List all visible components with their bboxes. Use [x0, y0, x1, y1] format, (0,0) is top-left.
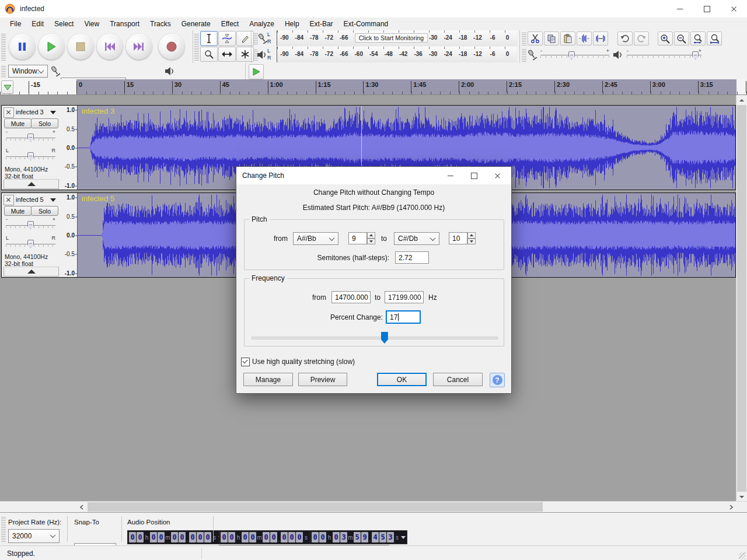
- menu-file[interactable]: File: [5, 19, 26, 29]
- time-digit[interactable]: 0: [150, 532, 157, 542]
- fit-project-button[interactable]: [707, 32, 722, 46]
- time-digit[interactable]: .: [278, 532, 280, 542]
- pitch-to-octave-spinner[interactable]: [467, 232, 476, 244]
- time-digit[interactable]: 0: [242, 532, 249, 542]
- horizontal-scroll-thumb[interactable]: [88, 502, 543, 512]
- scroll-down-button[interactable]: [736, 492, 747, 502]
- pan-slider[interactable]: L R: [6, 150, 55, 163]
- vertical-scroll-thumb[interactable]: [737, 105, 746, 492]
- time-digit[interactable]: 0: [296, 532, 303, 542]
- monitor-label[interactable]: Click to Start Monitoring: [355, 33, 428, 43]
- silence-audio-button[interactable]: [593, 32, 608, 46]
- spin-down-icon[interactable]: [467, 239, 476, 245]
- trim-audio-button[interactable]: [577, 32, 592, 46]
- scroll-up-button[interactable]: [736, 95, 747, 105]
- time-digit[interactable]: 0: [319, 532, 326, 542]
- undo-button[interactable]: [617, 32, 633, 46]
- scroll-right-button[interactable]: [726, 502, 736, 512]
- time-digit[interactable]: 0: [171, 532, 178, 542]
- time-shift-tool-button[interactable]: [218, 47, 236, 62]
- time-digit[interactable]: 3: [340, 532, 347, 542]
- time-digit[interactable]: m: [165, 532, 170, 542]
- menu-ext-bar[interactable]: Ext-Bar: [305, 19, 338, 29]
- copy-button[interactable]: [544, 32, 559, 46]
- record-meter-scale[interactable]: Click to Start Monitoring -90-84-78-72-6…: [277, 30, 517, 46]
- time-digit[interactable]: 0: [312, 532, 319, 542]
- toolbar-grip[interactable]: [194, 33, 199, 61]
- time-digit[interactable]: 0: [249, 532, 256, 542]
- time-digit[interactable]: 5: [354, 532, 361, 542]
- ok-button[interactable]: OK: [377, 373, 427, 386]
- selection-length-field[interactable]: 00h03m59.453s: [310, 530, 407, 544]
- pitch-from-octave-field[interactable]: 9: [348, 232, 367, 244]
- time-digit[interactable]: 0: [270, 532, 277, 542]
- record-button[interactable]: [159, 34, 184, 60]
- dialog-minimize-button[interactable]: [439, 167, 462, 184]
- time-digit[interactable]: h: [327, 532, 332, 542]
- track-2-vertical-ruler[interactable]: 1.00.50.0-0.5-1.0: [60, 193, 78, 277]
- pitch-to-octave-field[interactable]: 10: [449, 232, 467, 244]
- resize-grip[interactable]: [739, 552, 746, 559]
- vertical-scrollbar[interactable]: [736, 95, 747, 502]
- time-digit[interactable]: m: [348, 532, 353, 542]
- time-digit[interactable]: 0: [204, 532, 211, 542]
- playback-meter[interactable]: LR -90-84-78-72-66-60-54-48-42-36-30-24-…: [252, 47, 519, 62]
- stop-button[interactable]: [68, 34, 93, 60]
- maximize-button[interactable]: [693, 0, 720, 18]
- percent-change-field[interactable]: 17: [386, 311, 420, 323]
- manage-button[interactable]: Manage: [243, 373, 293, 386]
- time-digit[interactable]: 0: [197, 532, 204, 542]
- toolbar-grip[interactable]: [522, 32, 526, 46]
- audio-position-field[interactable]: 00h00m00.000s: [127, 530, 225, 544]
- toolbar-grip[interactable]: [1, 65, 6, 77]
- redo-button[interactable]: [634, 32, 649, 46]
- freq-from-field[interactable]: 14700.000: [331, 291, 371, 303]
- dialog-close-button[interactable]: [486, 167, 509, 184]
- gain-slider[interactable]: - +: [6, 219, 55, 232]
- time-digit[interactable]: 0: [281, 532, 288, 542]
- spin-down-icon[interactable]: [367, 239, 375, 245]
- pan-slider[interactable]: L R: [6, 237, 55, 250]
- menu-view[interactable]: View: [79, 19, 104, 29]
- timeline-ruler[interactable]: -1501530451:001:151:301:452:002:152:302:…: [0, 79, 747, 95]
- time-digit[interactable]: 5: [379, 532, 386, 542]
- recording-volume-slider[interactable]: - +: [540, 50, 609, 60]
- time-digit[interactable]: 9: [361, 532, 368, 542]
- toolbar-grip[interactable]: [1, 516, 6, 542]
- pitch-to-note-select[interactable]: C#/Db: [394, 232, 439, 245]
- playback-volume-slider[interactable]: - +: [627, 50, 701, 60]
- horizontal-scrollbar[interactable]: [0, 501, 747, 512]
- paste-button[interactable]: [560, 32, 575, 46]
- solo-button[interactable]: Solo: [31, 206, 58, 216]
- menu-ext-command[interactable]: Ext-Command: [338, 19, 394, 29]
- zoom-out-button[interactable]: [674, 32, 689, 46]
- close-button[interactable]: [720, 0, 747, 18]
- time-digit[interactable]: 3: [387, 532, 394, 542]
- time-digit[interactable]: 0: [263, 532, 270, 542]
- project-rate-select[interactable]: 32000: [8, 529, 60, 543]
- time-digit[interactable]: 0: [333, 532, 340, 542]
- selection-tool-button[interactable]: [200, 31, 218, 46]
- time-digit[interactable]: .: [186, 532, 189, 542]
- menu-select[interactable]: Select: [49, 19, 79, 29]
- pause-button[interactable]: [9, 34, 35, 60]
- scroll-left-button[interactable]: [76, 502, 86, 512]
- freq-to-field[interactable]: 17199.000: [385, 291, 424, 303]
- play-at-speed-button[interactable]: [249, 64, 264, 79]
- minimize-button[interactable]: [666, 0, 693, 18]
- skip-to-end-button[interactable]: [126, 34, 152, 60]
- spin-up-icon[interactable]: [367, 232, 375, 239]
- cancel-button[interactable]: Cancel: [433, 373, 483, 386]
- menu-help[interactable]: Help: [280, 19, 305, 29]
- dialog-maximize-button[interactable]: [462, 167, 486, 184]
- menu-transport[interactable]: Transport: [104, 19, 145, 29]
- spin-up-icon[interactable]: [467, 232, 476, 239]
- percent-slider-thumb[interactable]: [381, 332, 388, 344]
- menu-effect[interactable]: Effect: [216, 19, 244, 29]
- time-digit[interactable]: 0: [137, 532, 144, 542]
- time-digit[interactable]: 0: [189, 532, 196, 542]
- time-digit[interactable]: 4: [372, 532, 379, 542]
- recording-volume-thumb[interactable]: [568, 51, 575, 60]
- mute-button[interactable]: Mute: [4, 206, 32, 216]
- zoom-in-button[interactable]: [658, 32, 673, 46]
